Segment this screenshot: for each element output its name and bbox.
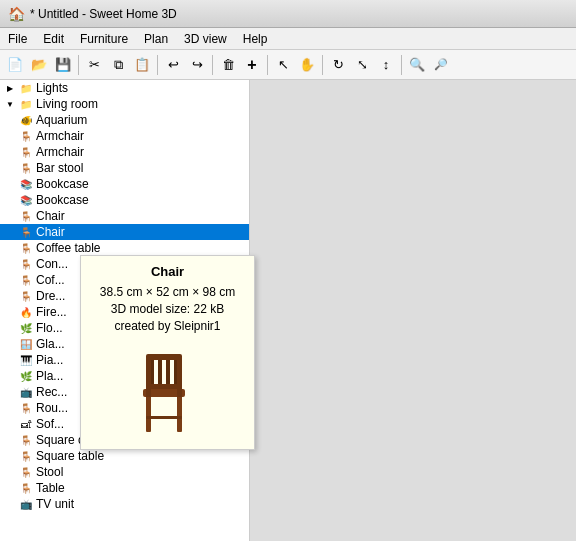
svg-rect-5	[146, 384, 182, 389]
save-button[interactable]: 💾	[52, 54, 74, 76]
copy-button[interactable]: ⧉	[107, 54, 129, 76]
redo-button[interactable]: ↪	[186, 54, 208, 76]
lights-folder-icon: 📁	[18, 80, 34, 96]
delete-button[interactable]: 🗑	[217, 54, 239, 76]
living-room-toggle[interactable]: ▼	[4, 98, 16, 110]
menu-item-help[interactable]: Help	[235, 30, 276, 48]
bookcase1-icon: 📚	[18, 176, 34, 192]
tree-item-bookcase1[interactable]: 📚 Bookcase	[0, 176, 249, 192]
popup-model-size: 3D model size: 22 kB	[89, 302, 246, 316]
resize-button[interactable]: ⤡	[351, 54, 373, 76]
main-area: ▶ 📁 Lights ▼ 📁 Living room 🐠 Aquarium 🪑 …	[0, 80, 576, 541]
zoom-in-button[interactable]: 🔍	[406, 54, 428, 76]
lights-toggle[interactable]: ▶	[4, 82, 16, 94]
tree-item-coffee-table[interactable]: 🪑 Coffee table	[0, 240, 249, 256]
undo-button[interactable]: ↩	[162, 54, 184, 76]
console-icon: 🪑	[18, 256, 34, 272]
rec-icon: 📺	[18, 384, 34, 400]
popup-dimensions: 38.5 cm × 52 cm × 98 cm	[89, 285, 246, 299]
menu-item-file[interactable]: File	[0, 30, 35, 48]
dress-icon: 🪑	[18, 288, 34, 304]
bar-stool-icon: 🪑	[18, 160, 34, 176]
gla-icon: 🪟	[18, 336, 34, 352]
sep3	[212, 55, 213, 75]
tree-item-armchair1[interactable]: 🪑 Armchair	[0, 128, 249, 144]
rotate-button[interactable]: ↻	[327, 54, 349, 76]
tree-item-lights[interactable]: ▶ 📁 Lights	[0, 80, 249, 96]
armchair2-icon: 🪑	[18, 144, 34, 160]
chair-popup: Chair 38.5 cm × 52 cm × 98 cm 3D model s…	[80, 255, 255, 450]
menu-bar: FileEditFurniturePlan3D viewHelp	[0, 28, 576, 50]
open-button[interactable]: 📂	[28, 54, 50, 76]
toolbar: 📄 📂 💾 ✂ ⧉ 📋 ↩ ↪ 🗑 + ↖ ✋ ↻ ⤡ ↕ 🔍 🔎	[0, 50, 576, 80]
chair-svg	[128, 346, 208, 436]
tv-unit-icon: 📺	[18, 496, 34, 512]
bookcase2-icon: 📚	[18, 192, 34, 208]
title-text: * Untitled - Sweet Home 3D	[30, 7, 177, 21]
pla-icon: 🌿	[18, 368, 34, 384]
chair2-icon: 🪑	[18, 224, 34, 240]
svg-rect-9	[146, 397, 151, 432]
sq-coffee-icon: 🪑	[18, 432, 34, 448]
new-button[interactable]: 📄	[4, 54, 26, 76]
table-icon: 🪑	[18, 480, 34, 496]
add-furniture-button[interactable]: +	[241, 54, 263, 76]
popup-credit: created by Sleipnir1	[89, 319, 246, 333]
tree-item-living-room[interactable]: ▼ 📁 Living room	[0, 96, 249, 112]
aquarium-icon: 🐠	[18, 112, 34, 128]
menu-item-edit[interactable]: Edit	[35, 30, 72, 48]
menu-item-plan[interactable]: Plan	[136, 30, 176, 48]
app-icon: 🏠	[8, 6, 25, 22]
tree-item-stool[interactable]: 🪑 Stool	[0, 464, 249, 480]
tree-item-table[interactable]: 🪑 Table	[0, 480, 249, 496]
rou-icon: 🪑	[18, 400, 34, 416]
zoom-out-button[interactable]: 🔎	[430, 54, 452, 76]
menu-item-furniture[interactable]: Furniture	[72, 30, 136, 48]
armchair1-icon: 🪑	[18, 128, 34, 144]
coffee-table-icon: 🪑	[18, 240, 34, 256]
pia-icon: 🎹	[18, 352, 34, 368]
flo-icon: 🌿	[18, 320, 34, 336]
svg-rect-4	[146, 354, 182, 360]
stool-icon: 🪑	[18, 464, 34, 480]
chair1-icon: 🪑	[18, 208, 34, 224]
sep5	[322, 55, 323, 75]
svg-rect-11	[146, 416, 182, 419]
tree-item-tv-unit[interactable]: 📺 TV unit	[0, 496, 249, 512]
tree-item-chair1[interactable]: 🪑 Chair	[0, 208, 249, 224]
living-room-folder-icon: 📁	[18, 96, 34, 112]
tree-item-bar-stool[interactable]: 🪑 Bar stool	[0, 160, 249, 176]
cof2-icon: 🪑	[18, 272, 34, 288]
content-area	[250, 80, 576, 541]
fire-icon: 🔥	[18, 304, 34, 320]
tree-item-aquarium[interactable]: 🐠 Aquarium	[0, 112, 249, 128]
popup-title: Chair	[89, 264, 246, 279]
sq-table-icon: 🪑	[18, 448, 34, 464]
sep4	[267, 55, 268, 75]
select-button[interactable]: ↖	[272, 54, 294, 76]
sof-icon: 🛋	[18, 416, 34, 432]
tree-item-bookcase2[interactable]: 📚 Bookcase	[0, 192, 249, 208]
title-bar: 🏠 * Untitled - Sweet Home 3D	[0, 0, 576, 28]
tree-item-chair2[interactable]: 🪑 Chair	[0, 224, 249, 240]
svg-rect-10	[177, 397, 182, 432]
elevate-button[interactable]: ↕	[375, 54, 397, 76]
sep2	[157, 55, 158, 75]
cut-button[interactable]: ✂	[83, 54, 105, 76]
tree-item-armchair2[interactable]: 🪑 Armchair	[0, 144, 249, 160]
menu-item-3d-view[interactable]: 3D view	[176, 30, 235, 48]
paste-button[interactable]: 📋	[131, 54, 153, 76]
sep1	[78, 55, 79, 75]
sep6	[401, 55, 402, 75]
popup-chair-image	[89, 341, 246, 441]
pan-button[interactable]: ✋	[296, 54, 318, 76]
tree-item-sq-table[interactable]: 🪑 Square table	[0, 448, 249, 464]
